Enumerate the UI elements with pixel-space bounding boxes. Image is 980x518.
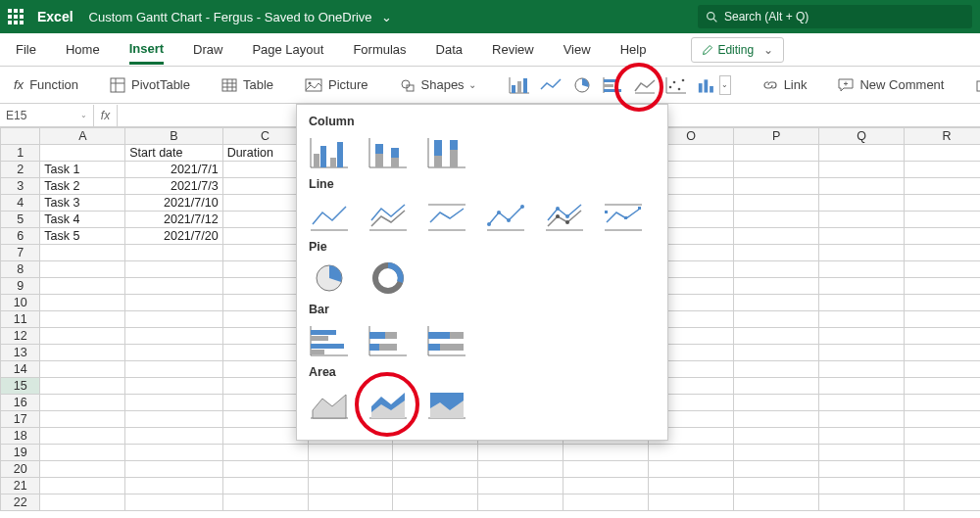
cell[interactable] bbox=[222, 328, 308, 345]
search-input[interactable]: Search (Alt + Q) bbox=[698, 5, 972, 28]
cell[interactable] bbox=[125, 461, 222, 478]
select-all[interactable] bbox=[1, 128, 40, 145]
cell[interactable] bbox=[819, 261, 905, 278]
row-header[interactable]: 18 bbox=[1, 428, 40, 445]
col-header-q[interactable]: Q bbox=[819, 128, 905, 145]
tab-insert[interactable]: Insert bbox=[129, 35, 164, 65]
cell[interactable] bbox=[40, 328, 125, 345]
cell[interactable] bbox=[40, 345, 125, 361]
cell[interactable] bbox=[649, 461, 734, 478]
cell[interactable]: Start date bbox=[125, 145, 222, 162]
100-stacked-column-icon[interactable] bbox=[426, 134, 467, 169]
area-chart-icon[interactable] bbox=[633, 75, 657, 95]
cell[interactable]: 2021/7/10 bbox=[125, 195, 222, 212]
cell[interactable] bbox=[905, 361, 981, 378]
row-header[interactable]: 19 bbox=[1, 445, 40, 461]
row-header[interactable]: 9 bbox=[1, 278, 40, 295]
cell[interactable] bbox=[905, 494, 981, 511]
stacked-line-icon[interactable] bbox=[368, 197, 409, 232]
cell[interactable] bbox=[308, 461, 393, 478]
cell[interactable] bbox=[905, 145, 981, 162]
cell[interactable] bbox=[819, 278, 905, 295]
cell[interactable] bbox=[222, 411, 308, 428]
cell[interactable]: 2021/7/3 bbox=[125, 178, 222, 195]
cell[interactable] bbox=[478, 494, 564, 511]
100-stacked-bar-icon[interactable] bbox=[426, 322, 467, 357]
cell[interactable] bbox=[649, 445, 734, 461]
row-header[interactable]: 22 bbox=[1, 494, 40, 511]
cell[interactable] bbox=[478, 461, 564, 478]
100-stacked-line-markers-icon[interactable] bbox=[603, 197, 644, 232]
cell[interactable] bbox=[564, 461, 649, 478]
cell[interactable]: Task 1 bbox=[40, 162, 125, 178]
cell[interactable] bbox=[222, 311, 308, 328]
cell[interactable] bbox=[40, 411, 125, 428]
cell[interactable] bbox=[222, 461, 308, 478]
tab-home[interactable]: Home bbox=[66, 36, 100, 63]
area-icon[interactable] bbox=[309, 385, 350, 420]
picture-button[interactable]: Picture bbox=[305, 77, 368, 92]
cell[interactable]: 3 bbox=[222, 162, 308, 178]
cell[interactable] bbox=[40, 445, 125, 461]
cell[interactable]: 6 bbox=[222, 178, 308, 195]
cell[interactable] bbox=[649, 478, 734, 494]
cell[interactable] bbox=[40, 378, 125, 395]
cell[interactable] bbox=[734, 361, 819, 378]
fx-label[interactable]: fx bbox=[94, 105, 118, 126]
tab-file[interactable]: File bbox=[16, 36, 36, 63]
cell[interactable] bbox=[222, 245, 308, 261]
cell[interactable] bbox=[905, 178, 981, 195]
tab-review[interactable]: Review bbox=[492, 36, 534, 63]
cell[interactable] bbox=[478, 445, 564, 461]
cell[interactable] bbox=[905, 261, 981, 278]
cell[interactable] bbox=[564, 494, 649, 511]
col-header-r[interactable]: R bbox=[905, 128, 981, 145]
cell[interactable] bbox=[819, 361, 905, 378]
cell[interactable] bbox=[40, 395, 125, 411]
cell[interactable] bbox=[40, 295, 125, 311]
cell[interactable] bbox=[734, 311, 819, 328]
row-header[interactable]: 16 bbox=[1, 395, 40, 411]
col-header-b[interactable]: B bbox=[125, 128, 222, 145]
cell[interactable] bbox=[905, 411, 981, 428]
cell[interactable]: 8 bbox=[222, 212, 308, 228]
cell[interactable] bbox=[125, 411, 222, 428]
doughnut-icon[interactable] bbox=[368, 259, 409, 295]
row-header[interactable]: 2 bbox=[1, 162, 40, 178]
cell[interactable] bbox=[905, 311, 981, 328]
cell[interactable] bbox=[734, 345, 819, 361]
100-stacked-area-icon[interactable] bbox=[426, 385, 467, 420]
cell[interactable] bbox=[393, 461, 478, 478]
row-header[interactable]: 4 bbox=[1, 195, 40, 212]
tab-draw[interactable]: Draw bbox=[193, 36, 222, 63]
row-header[interactable]: 8 bbox=[1, 261, 40, 278]
new-comment-button[interactable]: New Comment bbox=[838, 77, 944, 92]
cell[interactable] bbox=[222, 378, 308, 395]
tab-data[interactable]: Data bbox=[436, 36, 463, 63]
cell[interactable]: Task 4 bbox=[40, 212, 125, 228]
cell[interactable] bbox=[478, 478, 564, 494]
tab-view[interactable]: View bbox=[564, 36, 591, 63]
row-header[interactable]: 13 bbox=[1, 345, 40, 361]
shapes-button[interactable]: Shapes ⌄ bbox=[400, 77, 476, 93]
cell[interactable] bbox=[734, 261, 819, 278]
cell[interactable] bbox=[819, 445, 905, 461]
line-chart-icon[interactable] bbox=[539, 75, 563, 95]
cell[interactable] bbox=[905, 345, 981, 361]
cell[interactable] bbox=[308, 478, 393, 494]
cell[interactable] bbox=[819, 311, 905, 328]
col-header-a[interactable]: A bbox=[40, 128, 125, 145]
cell[interactable] bbox=[40, 311, 125, 328]
row-header[interactable]: 17 bbox=[1, 411, 40, 428]
cell[interactable] bbox=[819, 178, 905, 195]
cell[interactable] bbox=[734, 478, 819, 494]
cell[interactable] bbox=[905, 245, 981, 261]
cell[interactable] bbox=[734, 395, 819, 411]
cell[interactable] bbox=[734, 295, 819, 311]
cell[interactable] bbox=[222, 278, 308, 295]
tab-page-layout[interactable]: Page Layout bbox=[252, 36, 323, 63]
cell[interactable] bbox=[222, 445, 308, 461]
cell[interactable] bbox=[734, 378, 819, 395]
cell[interactable] bbox=[222, 494, 308, 511]
cell[interactable] bbox=[819, 478, 905, 494]
